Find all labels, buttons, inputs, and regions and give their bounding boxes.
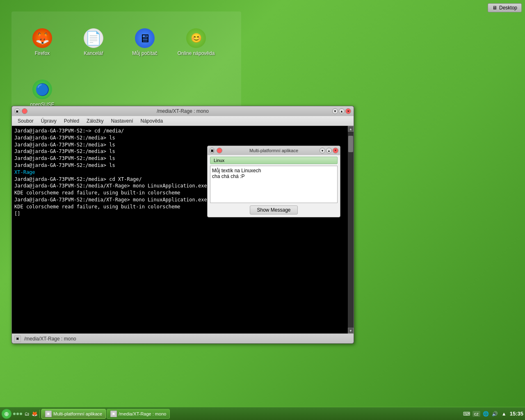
dot-1	[13, 413, 16, 415]
dot-3	[20, 413, 22, 415]
dialog-title: Multi-platformní aplikace	[248, 146, 300, 155]
taskbar-start-button[interactable]: ⊕	[2, 409, 11, 419]
terminal-min-btn[interactable]: ▲	[339, 108, 345, 114]
desktop-icon-firefox[interactable]: 🦊 Firefox	[18, 18, 67, 67]
dialog-platform-label: Linux	[210, 157, 338, 164]
terminal-line-0: Jarda@jarda-GA-73PVM-S2:~> cd /media/	[14, 128, 351, 135]
terminal-titlebar: ▣ /media/XT-Rage : mono ▼ ▲ ✕	[12, 106, 354, 116]
desktop-icons-panel: 🦊 Firefox 📄 Kancelář 🖥 Můj počítač 😊 Onl…	[11, 11, 241, 118]
desktop-icon-napoveda[interactable]: 😊 Online nápověda	[171, 18, 221, 67]
dialog-max-btn[interactable]: ▲	[326, 148, 332, 153]
taskbar-mono-icon: ▣	[45, 411, 52, 417]
taskbar-dots	[13, 413, 22, 415]
menu-upravy[interactable]: Úpravy	[38, 117, 60, 125]
scroll-down-btn[interactable]: ▼	[348, 328, 354, 333]
show-message-button[interactable]: Show Message	[250, 205, 297, 215]
dot-2	[16, 413, 19, 415]
desktop-button-icon: 🖥	[492, 5, 497, 11]
menu-pohled[interactable]: Pohled	[61, 117, 82, 125]
scroll-track	[348, 132, 354, 328]
taskbar-filemanager-icon[interactable]: 🗂	[24, 411, 30, 417]
terminal-icon-btn[interactable]: ▣	[14, 108, 20, 114]
terminal-status-icon: ▣	[14, 336, 21, 342]
taskbar-btn-terminal[interactable]: ▣ /media/XT-Rage : mono	[107, 409, 170, 419]
dialog-footer: Show Message	[208, 203, 340, 217]
menu-zalozky[interactable]: Záložky	[83, 117, 107, 125]
terminal-win-controls: ▼ ▲ ✕	[332, 108, 351, 114]
desktop-icon-pocitac[interactable]: 🖥 Můj počítač	[120, 18, 169, 67]
terminal-menubar: Soubor Úpravy Pohled Záložky Nastavení N…	[12, 116, 354, 126]
terminal-scrollbar[interactable]: ▲ ▼	[348, 126, 354, 333]
taskbar: ⊕ 🗂 🦊 ▣ Multi-platformní aplikace ▣ /med…	[0, 407, 525, 420]
kancelar-label: Kancelář	[84, 50, 103, 56]
firefox-icon: 🦊	[32, 28, 52, 48]
menu-nastaveni[interactable]: Nastavení	[107, 117, 136, 125]
napoveda-icon: 😊	[186, 28, 206, 48]
napoveda-label: Online nápověda	[178, 50, 215, 56]
taskbar-network-icon[interactable]: 🌐	[483, 411, 489, 417]
desktop-icon-kancelar[interactable]: 📄 Kancelář	[69, 18, 118, 67]
dialog-close-btn[interactable]	[217, 148, 222, 153]
menu-napoveda[interactable]: Nápověda	[137, 117, 166, 125]
terminal-close-btn2[interactable]: ✕	[345, 108, 351, 114]
pocitac-label: Můj počítač	[132, 50, 157, 56]
taskbar-volume-icon[interactable]: 🔊	[492, 411, 498, 417]
dialog-shade-btn[interactable]: ▼	[320, 148, 325, 153]
terminal-line-1: Jarda@jarda-GA-73PVM-S2:/media> ls	[14, 135, 351, 142]
desktop-button-label: Desktop	[499, 5, 517, 11]
taskbar-arrow-icon[interactable]: ▲	[501, 411, 507, 417]
scroll-up-btn[interactable]: ▲	[348, 126, 354, 132]
dialog-close-btn2[interactable]: ✕	[333, 148, 338, 153]
taskbar-browser-icon[interactable]: 🦊	[31, 411, 38, 417]
taskbar-terminal-icon: ▣	[110, 411, 117, 417]
dialog-win-controls: ▼ ▲ ✕	[320, 148, 338, 153]
taskbar-right: ⌨ cz 🌐 🔊 ▲ 15:35	[463, 411, 523, 417]
dialog-titlebar: ▣ Multi-platformní aplikace ▼ ▲ ✕	[208, 146, 340, 155]
terminal-close-btn[interactable]	[22, 108, 27, 114]
dialog-icon-btn[interactable]: ▣	[209, 148, 215, 153]
desktop: 🦊 Firefox 📄 Kancelář 🖥 Můj počítač 😊 Onl…	[0, 0, 525, 420]
firefox-label: Firefox	[35, 50, 50, 56]
kancelar-icon: 📄	[84, 28, 103, 48]
taskbar-mono-label: Multi-platformní aplikace	[53, 411, 102, 416]
dialog-textarea[interactable]: Můj textík na Linuxech cha chá chá :P	[210, 166, 338, 203]
desktop-button[interactable]: 🖥 Desktop	[488, 3, 522, 12]
taskbar-terminal-label: /media/XT-Rage : mono	[119, 411, 166, 416]
terminal-statusbar: ▣ /media/XT-Rage : mono	[12, 333, 354, 343]
taskbar-keyboard-icon[interactable]: ⌨	[463, 411, 470, 417]
terminal-title: /media/XT-Rage : mono	[154, 106, 211, 116]
terminal-status-text: /media/XT-Rage : mono	[24, 336, 76, 342]
menu-soubor[interactable]: Soubor	[14, 117, 37, 125]
start-icon: ⊕	[4, 411, 9, 417]
opensuse-icon: 🔵	[32, 80, 52, 99]
taskbar-btn-mono[interactable]: ▣ Multi-platformní aplikace	[41, 409, 106, 419]
taskbar-clock[interactable]: 15:35	[510, 411, 523, 417]
taskbar-separator-1	[39, 410, 40, 418]
terminal-shade-btn[interactable]: ▼	[332, 108, 338, 114]
scroll-thumb[interactable]	[348, 136, 353, 152]
pocitac-icon: 🖥	[135, 28, 155, 48]
terminal-window: ▣ /media/XT-Rage : mono ▼ ▲ ✕ Soubor Úpr…	[11, 106, 354, 344]
taskbar-lang-badge[interactable]: cz	[472, 411, 480, 417]
mono-dialog: ▣ Multi-platformní aplikace ▼ ▲ ✕ Linux …	[207, 146, 340, 217]
